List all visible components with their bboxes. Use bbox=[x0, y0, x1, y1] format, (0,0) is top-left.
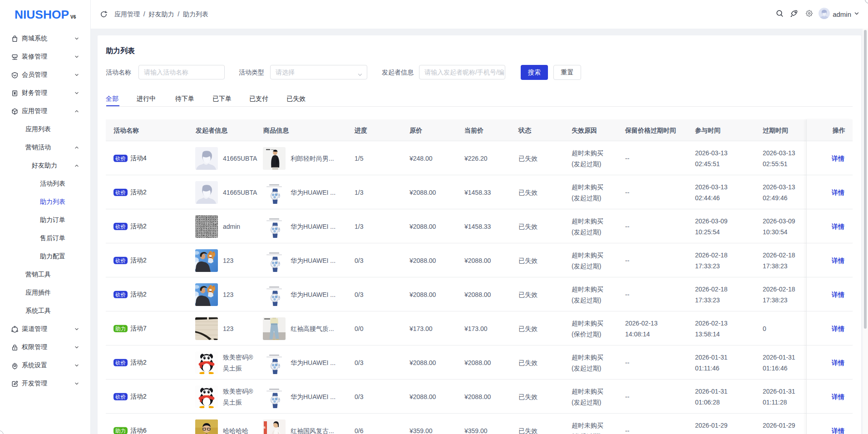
svg-text:V6: V6 bbox=[70, 15, 76, 20]
svg-text:NIUSHOP: NIUSHOP bbox=[15, 9, 69, 21]
